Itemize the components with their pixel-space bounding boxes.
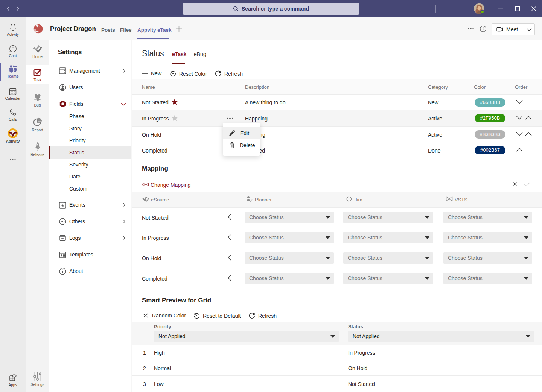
svg-text:LOG: LOG (61, 238, 64, 239)
